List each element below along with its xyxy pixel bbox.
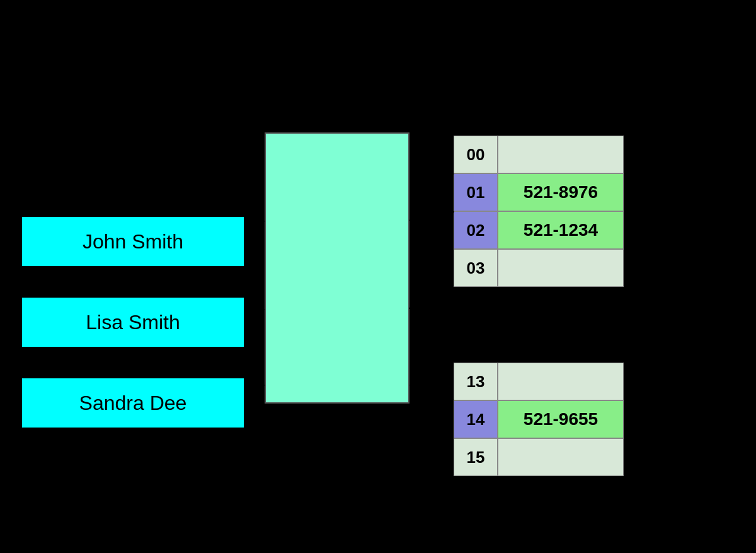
index-cell-val-01: 521-8976 [498, 173, 624, 211]
index-cell-val-14: 521-9655 [498, 400, 624, 438]
main-canvas: John Smith Lisa Smith Sandra Dee 00 01 5… [0, 0, 756, 553]
index-cell-num-14: 14 [454, 400, 498, 438]
svg-line-5 [410, 385, 454, 400]
person-lisa-smith: Lisa Smith [21, 296, 245, 348]
svg-line-4 [245, 385, 265, 403]
index-cell-num-02: 02 [454, 211, 498, 249]
index-table-2: 13 14 521-9655 15 [454, 363, 624, 476]
person-name-lisa: Lisa Smith [86, 311, 180, 334]
index-cell-val-02: 521-1234 [498, 211, 624, 249]
table-row: 00 [454, 136, 624, 173]
svg-line-0 [245, 221, 265, 242]
table-row: 15 [454, 438, 624, 476]
person-name-sandra: Sandra Dee [79, 392, 187, 415]
index-cell-val-00 [498, 136, 624, 173]
table-row: 14 521-9655 [454, 400, 624, 438]
svg-line-3 [245, 309, 265, 322]
index-cell-num-00: 00 [454, 136, 498, 173]
index-table-1: 00 01 521-8976 02 521-1234 03 [454, 136, 624, 287]
person-john-smith: John Smith [21, 216, 245, 267]
hash-block [265, 132, 410, 404]
svg-line-1 [410, 173, 454, 221]
table-row: 01 521-8976 [454, 173, 624, 211]
index-cell-num-03: 03 [454, 249, 498, 287]
svg-line-2 [410, 211, 454, 309]
index-cell-val-13 [498, 363, 624, 400]
index-cell-num-01: 01 [454, 173, 498, 211]
table-row: 02 521-1234 [454, 211, 624, 249]
index-cell-num-15: 15 [454, 438, 498, 476]
table-row: 13 [454, 363, 624, 400]
person-name-john: John Smith [83, 230, 183, 253]
person-sandra-dee: Sandra Dee [21, 377, 245, 429]
index-cell-val-03 [498, 249, 624, 287]
index-cell-num-13: 13 [454, 363, 498, 400]
index-cell-val-15 [498, 438, 624, 476]
table-row: 03 [454, 249, 624, 287]
